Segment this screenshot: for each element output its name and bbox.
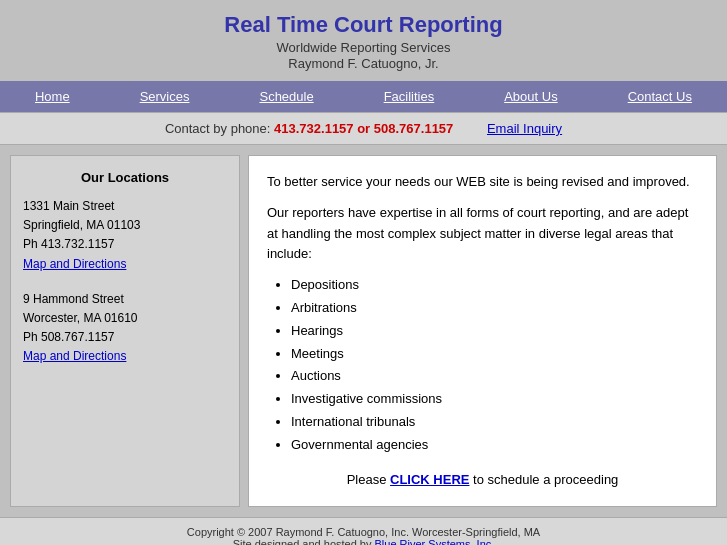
contact-bar: Contact by phone: 413.732.1157 or 508.76… bbox=[0, 112, 727, 145]
info-panel: To better service your needs our WEB sit… bbox=[248, 155, 717, 507]
site-author: Raymond F. Catuogno, Jr. bbox=[10, 56, 717, 71]
site-subtitle: Worldwide Reporting Services bbox=[10, 40, 717, 55]
footer-link[interactable]: Blue River Systems, Inc. bbox=[375, 538, 495, 545]
info-para2: Our reporters have expertise in all form… bbox=[267, 203, 698, 265]
locations-panel: Our Locations 1331 Main Street Springfie… bbox=[10, 155, 240, 507]
nav-item-services[interactable]: Services bbox=[132, 87, 198, 106]
schedule-line: Please CLICK HERE to schedule a proceedi… bbox=[267, 470, 698, 491]
map-directions-link[interactable]: Map and Directions bbox=[23, 349, 126, 363]
list-item: Meetings bbox=[291, 344, 698, 365]
list-item: Hearings bbox=[291, 321, 698, 342]
nav-item-contact[interactable]: Contact Us bbox=[620, 87, 700, 106]
locations-title: Our Locations bbox=[23, 170, 227, 185]
list-item: Investigative commissions bbox=[291, 389, 698, 410]
list-item: Governmental agencies bbox=[291, 435, 698, 456]
location-city: Worcester, MA 01610 bbox=[23, 309, 227, 328]
navbar: HomeServicesScheduleFacilitiesAbout UsCo… bbox=[0, 81, 727, 112]
click-here-link[interactable]: CLICK HERE bbox=[390, 472, 469, 487]
site-title: Real Time Court Reporting bbox=[10, 12, 717, 38]
main-content: Our Locations 1331 Main Street Springfie… bbox=[0, 145, 727, 517]
list-item: Depositions bbox=[291, 275, 698, 296]
location-city: Springfield, MA 01103 bbox=[23, 216, 227, 235]
nav-item-schedule[interactable]: Schedule bbox=[251, 87, 321, 106]
header: Real Time Court Reporting Worldwide Repo… bbox=[0, 0, 727, 81]
location-phone: Ph 508.767.1157 bbox=[23, 328, 227, 347]
map-directions-link[interactable]: Map and Directions bbox=[23, 257, 126, 271]
location-block: 1331 Main Street Springfield, MA 01103 P… bbox=[23, 197, 227, 274]
info-para1: To better service your needs our WEB sit… bbox=[267, 172, 698, 193]
nav-item-home[interactable]: Home bbox=[27, 87, 78, 106]
location-phone: Ph 413.732.1157 bbox=[23, 235, 227, 254]
email-link[interactable]: Email Inquiry bbox=[487, 121, 562, 136]
footer-copyright: Copyright © 2007 Raymond F. Catuogno, In… bbox=[10, 526, 717, 538]
contact-label: Contact by phone: bbox=[165, 121, 271, 136]
location-street: 1331 Main Street bbox=[23, 197, 227, 216]
footer-designed-by: Site designed and hosted by bbox=[233, 538, 375, 545]
nav-item-about[interactable]: About Us bbox=[496, 87, 565, 106]
list-item: Arbitrations bbox=[291, 298, 698, 319]
schedule-prefix: Please bbox=[347, 472, 390, 487]
location-street: 9 Hammond Street bbox=[23, 290, 227, 309]
schedule-suffix: to schedule a proceeding bbox=[469, 472, 618, 487]
info-list: DepositionsArbitrationsHearingsMeetingsA… bbox=[291, 275, 698, 455]
footer-designer: Site designed and hosted by Blue River S… bbox=[10, 538, 717, 545]
list-item: Auctions bbox=[291, 366, 698, 387]
list-item: International tribunals bbox=[291, 412, 698, 433]
location-block: 9 Hammond Street Worcester, MA 01610 Ph … bbox=[23, 290, 227, 367]
footer: Copyright © 2007 Raymond F. Catuogno, In… bbox=[0, 517, 727, 545]
phone-number: 413.732.1157 or 508.767.1157 bbox=[274, 121, 453, 136]
nav-item-facilities[interactable]: Facilities bbox=[376, 87, 443, 106]
